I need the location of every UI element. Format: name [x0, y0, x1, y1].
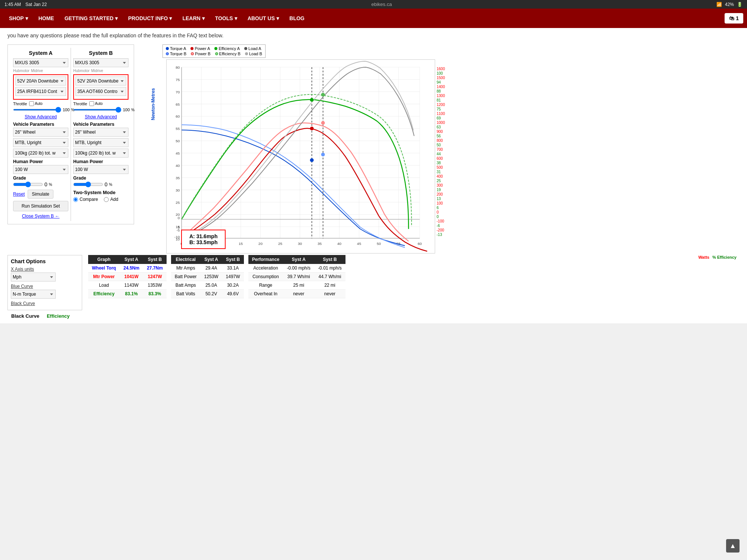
- nav-getting-started[interactable]: GETTING STARTED ▾: [59, 9, 123, 27]
- batt-amps-b: 30.2A: [222, 281, 244, 290]
- status-bar: 1:45 AM Sat Jan 22 ebikes.ca 📶 42% 🔋: [0, 0, 747, 9]
- throttle-b-auto[interactable]: [89, 101, 94, 106]
- accel-b: -0.01 mph/s: [314, 264, 345, 273]
- chevron-down-icon: ▾: [235, 15, 237, 21]
- batt-power-b: 1497W: [222, 273, 244, 281]
- chevron-down-icon: ▾: [115, 15, 118, 21]
- svg-text:65: 65: [176, 102, 180, 106]
- navbar: SHOP ▾ HOME GETTING STARTED ▾ PRODUCT IN…: [0, 9, 747, 28]
- run-sim-button[interactable]: Run Simulation Set: [13, 201, 68, 211]
- grade-b-slider[interactable]: [73, 181, 103, 187]
- motor-b-select[interactable]: MXUS 3005: [73, 58, 128, 67]
- table-row: Batt Amps 25.0A 30.2A: [171, 281, 244, 290]
- motor-a-select[interactable]: MXUS 3005: [13, 58, 68, 67]
- svg-text:-10: -10: [174, 235, 180, 239]
- simulate-a-button[interactable]: Simulate: [28, 190, 53, 199]
- table-row: Range 25 mi 22 mi: [248, 281, 345, 290]
- blue-curve-select[interactable]: N-m Torque: [11, 290, 56, 299]
- bottom-controls-a: Reset Simulate: [13, 187, 68, 201]
- add-radio[interactable]: [104, 197, 109, 202]
- battery-a-select[interactable]: 52V 20Ah Downtube: [15, 77, 66, 85]
- compare-radio[interactable]: [73, 197, 78, 202]
- tool-area: System A MXUS 3005 Hubmotor Midrive: [7, 44, 740, 249]
- rider-b-select[interactable]: MTB, Upright: [73, 138, 128, 147]
- svg-text:50: 50: [176, 139, 180, 143]
- result-box: A: 31.6mph B: 33.5mph: [181, 230, 226, 249]
- accel-label: Acceleration: [248, 264, 283, 273]
- cart-count: 1: [736, 15, 739, 21]
- table-row: Efficiency 83.1% 83.3%: [88, 290, 167, 298]
- show-advanced-b[interactable]: Show Advanced: [73, 114, 128, 119]
- grade-a-slider[interactable]: [13, 181, 43, 187]
- battery: 42%: [725, 2, 734, 7]
- nav-shop[interactable]: SHOP ▾: [4, 9, 33, 27]
- highlighted-box-a: 52V 20Ah Downtube 25A IRFB4110 Cont: [13, 74, 68, 100]
- wheel-b-select[interactable]: 26" Wheel: [73, 128, 128, 137]
- chart-legend: Torque A Power A Efficiency A Load A: [162, 44, 266, 58]
- grade-a-pct: 0: [44, 181, 47, 187]
- weight-a-select[interactable]: 100kg (220 lb) tot. w: [13, 149, 68, 158]
- y-axis-left-label: Newton-Metres: [151, 67, 156, 141]
- nav-blog[interactable]: BLOG: [284, 9, 310, 27]
- nav-product-info[interactable]: PRODUCT INFO ▾: [123, 9, 177, 27]
- consumption-a: 39.7 Wh/mi: [283, 273, 314, 281]
- nav-tools[interactable]: TOOLS ▾: [210, 9, 242, 27]
- vehicle-params-a-label: Vehicle Parameters: [13, 122, 68, 127]
- reset-a-button[interactable]: Reset: [13, 192, 25, 197]
- throttle-a-label: Throttle: [13, 102, 27, 106]
- wheel-a-select[interactable]: 26" Wheel: [13, 128, 68, 137]
- batt-volts-b: 49.6V: [222, 290, 244, 298]
- wifi-icon: 📶: [716, 2, 722, 7]
- nav-about-us[interactable]: ABOUT US ▾: [242, 9, 284, 27]
- battery-b-select[interactable]: 52V 20Ah Downtube: [75, 77, 126, 85]
- throttle-a-slider[interactable]: [13, 109, 61, 111]
- controller-b-select[interactable]: 35A AOT460 Contro: [75, 87, 126, 96]
- svg-point-64: [321, 121, 325, 125]
- efficiency-label: Efficiency: [88, 290, 120, 298]
- throttle-a-row: Throttle Auto: [13, 101, 68, 106]
- legend-power-a: Power A: [190, 46, 210, 51]
- close-system-b-link[interactable]: Close System B ←: [22, 214, 60, 219]
- cart-button[interactable]: 🛍 1: [725, 13, 743, 24]
- x-axis-select[interactable]: Mph: [11, 273, 56, 281]
- throttle-b-pct: 100: [123, 108, 130, 112]
- overheat-label: Overheat In: [248, 290, 283, 298]
- bottom-legend-row: Black Curve Efficiency: [7, 313, 740, 319]
- nav-home[interactable]: HOME: [33, 9, 59, 27]
- date: Sat Jan 22: [25, 2, 47, 7]
- y-axis-right-watts: Watts: [698, 255, 710, 259]
- throttle-b-slider[interactable]: [73, 109, 121, 111]
- table-row: Consumption 39.7 Wh/mi 44.7 Wh/mi: [248, 273, 345, 281]
- legend-load-b: Load B: [245, 52, 262, 56]
- human-power-a-select[interactable]: 100 W: [13, 165, 68, 174]
- nav-learn[interactable]: LEARN ▾: [177, 9, 210, 27]
- system-b-panel: System B MXUS 3005 Hubmotor Midrive: [71, 48, 131, 221]
- rider-a-select[interactable]: MTB, Upright: [13, 138, 68, 147]
- table-row: Batt Volts 50.2V 49.6V: [171, 290, 244, 298]
- systems-container: System A MXUS 3005 Hubmotor Midrive: [7, 44, 134, 224]
- systems-row: System A MXUS 3005 Hubmotor Midrive: [11, 48, 131, 221]
- throttle-a-auto[interactable]: [29, 101, 34, 106]
- show-advanced-a[interactable]: Show Advanced: [13, 114, 68, 119]
- batt-power-label: Batt Power: [171, 273, 201, 281]
- two-system-mode-label: Two-System Mode: [73, 190, 128, 195]
- chart-svg-container: Newton-Metres .axis-text { font-size: 10…: [140, 59, 740, 253]
- human-power-b-select[interactable]: 100 W: [73, 165, 128, 174]
- system-b-title: System B: [73, 50, 128, 56]
- chevron-down-icon: ▾: [202, 15, 205, 21]
- motor-b-row: MXUS 3005: [73, 58, 128, 67]
- wheel-torq-a: 24.5Nm: [120, 264, 143, 273]
- legend-efficiency-a: Efficiency A: [214, 46, 240, 51]
- svg-text:0: 0: [178, 216, 180, 220]
- battery-icon: 🔋: [737, 2, 743, 7]
- mtr-amps-a: 29.4A: [201, 264, 222, 273]
- table-row: Overheat In never never: [248, 290, 345, 298]
- batt-volts-a: 50.2V: [201, 290, 222, 298]
- chart-options-box: Chart Options X Axis units Mph Blue Curv…: [7, 255, 82, 310]
- human-power-a-label: Human Power: [13, 159, 68, 164]
- controller-a-select[interactable]: 25A IRFB4110 Cont: [15, 87, 66, 96]
- weight-b-select[interactable]: 100kg (220 lb) tot. w: [73, 149, 128, 158]
- svg-point-66: [321, 93, 325, 97]
- svg-text:70: 70: [176, 90, 180, 94]
- grade-a-row: 0 %: [13, 181, 68, 187]
